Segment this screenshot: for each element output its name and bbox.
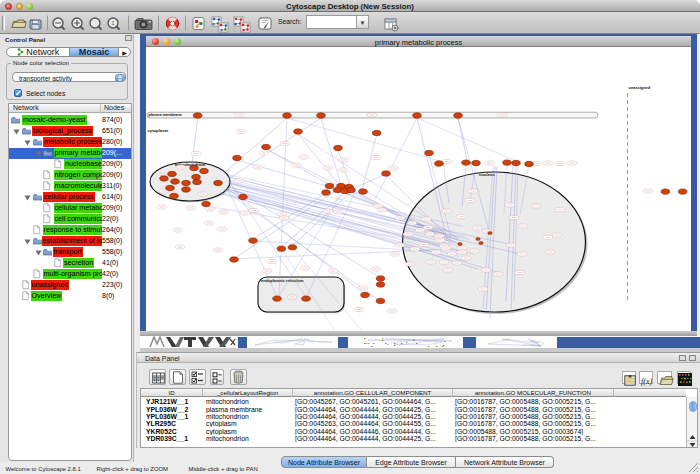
svg-text:unassigned: unassigned [629, 85, 651, 90]
svg-text:cytoplasm: cytoplasm [148, 128, 169, 133]
svg-text:plasma membrane: plasma membrane [149, 113, 182, 117]
svg-text:endoplasmic reticulum: endoplasmic reticulum [261, 278, 304, 283]
svg-text:f(x): f(x) [641, 377, 652, 386]
svg-text:nucleus: nucleus [479, 172, 495, 177]
